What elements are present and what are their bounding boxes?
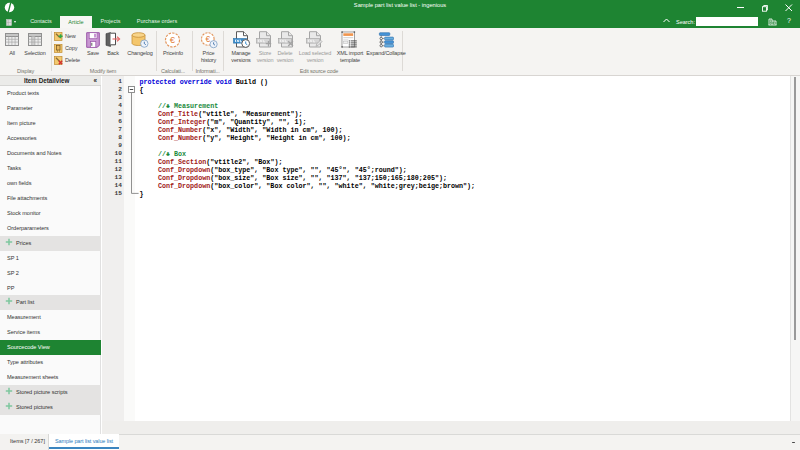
svg-text:€: € [170, 34, 176, 45]
svg-text:€: € [205, 33, 210, 43]
